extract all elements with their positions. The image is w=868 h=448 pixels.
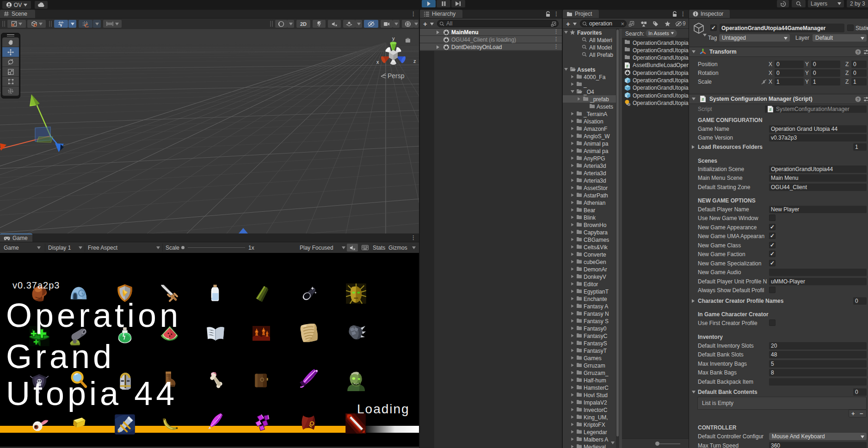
svg-text:z: z bbox=[413, 58, 416, 64]
svg-text:?: ? bbox=[857, 97, 859, 102]
svg-text:y: y bbox=[392, 36, 395, 41]
svg-text:#: # bbox=[626, 64, 629, 68]
svg-text:x: x bbox=[376, 59, 379, 65]
svg-text:#: # bbox=[702, 97, 704, 102]
svg-text:Y: Y bbox=[60, 24, 62, 27]
svg-text:Persp: Persp bbox=[388, 72, 405, 80]
svg-text:?: ? bbox=[857, 50, 859, 55]
svg-text:#: # bbox=[769, 107, 772, 112]
